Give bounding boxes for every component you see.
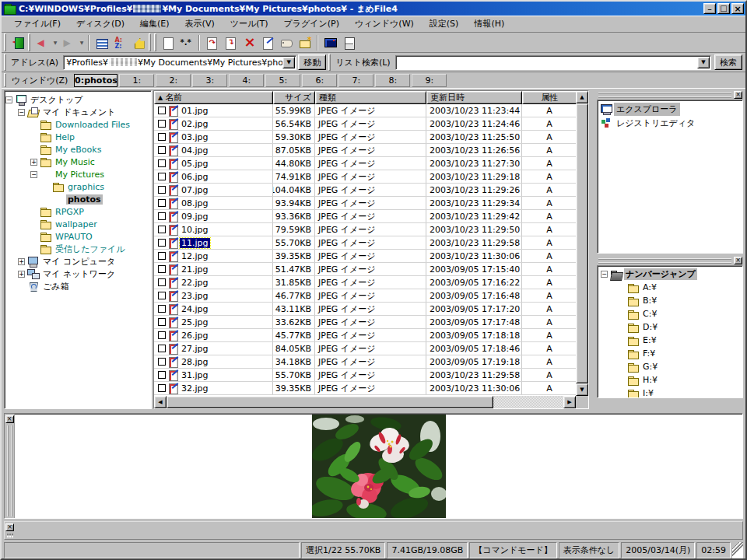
file-row[interactable]: 07.jpg104.04KBJPEG イメージ2003/10/23 11:29:…: [154, 184, 576, 197]
file-row[interactable]: 26.jpg45.77KBJPEG イメージ2003/09/05 17:18:1…: [154, 329, 576, 342]
menu-file[interactable]: ファイル(F): [6, 16, 68, 32]
file-checkbox[interactable]: [158, 331, 166, 339]
address-combobox[interactable]: ¥Profiles¥¥My Documents¥My Pictures¥phot…: [63, 55, 296, 70]
file-checkbox[interactable]: [158, 384, 166, 392]
numberjump-root[interactable]: −ナンバージャンプ: [598, 268, 742, 281]
tree-item-マイ ドキュメント[interactable]: −マイ ドキュメント: [5, 106, 150, 118]
tree-item-My Pictures[interactable]: −My Pictures: [5, 168, 150, 180]
file-row[interactable]: 08.jpg93.94KBJPEG イメージ2003/10/23 11:29:3…: [154, 197, 576, 210]
window-tab-7[interactable]: 7:: [338, 74, 374, 87]
window-tab-6[interactable]: 6:: [302, 74, 337, 87]
toolbar-button-refresh[interactable]: [159, 34, 177, 51]
launcher-item-explorer[interactable]: エクスプローラ: [598, 102, 742, 116]
toolbar-button-ren[interactable]: [258, 34, 277, 51]
tree-item-Downloaded Files[interactable]: Downloaded Files: [5, 118, 150, 131]
file-checkbox[interactable]: [158, 292, 166, 299]
toolbar-button-up[interactable]: [129, 34, 148, 51]
scroll-left-icon[interactable]: ◀: [154, 396, 167, 408]
numberjump-drive-E[interactable]: E:¥: [598, 334, 742, 347]
maximize-button[interactable]: [717, 3, 730, 14]
column-header-name[interactable]: ▲名前: [154, 91, 273, 104]
file-row[interactable]: 25.jpg33.62KBJPEG イメージ2003/09/05 17:17:4…: [154, 316, 576, 329]
toolbar-dropdown-fwd[interactable]: ▼: [78, 34, 86, 51]
numberjump-drive-B[interactable]: B:¥: [598, 294, 742, 307]
file-checkbox[interactable]: [158, 252, 166, 260]
tree-item-My Music[interactable]: +My Music: [5, 156, 150, 168]
expand-icon[interactable]: +: [30, 159, 37, 166]
close-button[interactable]: [731, 3, 744, 14]
toolbar-grip[interactable]: [149, 33, 151, 51]
tree-item-受信したファイル[interactable]: 受信したファイル: [5, 243, 150, 255]
menu-edit[interactable]: 編集(E): [132, 16, 177, 32]
toolbar-button-del[interactable]: [240, 34, 258, 51]
tree-item-マイ コンピュータ[interactable]: +マイ コンピュータ: [5, 255, 150, 268]
menu-view[interactable]: 表示(V): [177, 16, 223, 32]
window-tab-2[interactable]: 2:: [156, 74, 191, 87]
toolbar-button-attr[interactable]: [277, 34, 296, 51]
numberjump-drive-F[interactable]: F:¥: [598, 347, 742, 360]
column-header-type[interactable]: 種類: [315, 91, 426, 104]
numberjump-drive-I[interactable]: I:¥: [598, 387, 742, 398]
toolbar-grip[interactable]: [4, 33, 6, 51]
file-row[interactable]: 27.jpg84.05KBJPEG イメージ2003/09/05 17:18:4…: [154, 342, 576, 355]
file-row[interactable]: 10.jpg79.59KBJPEG イメージ2003/10/23 11:29:5…: [154, 223, 576, 236]
file-row[interactable]: 04.jpg87.05KBJPEG イメージ2003/10/23 11:26:5…: [154, 144, 576, 157]
expand-icon[interactable]: +: [18, 258, 25, 265]
file-row[interactable]: 28.jpg34.18KBJPEG イメージ2003/09/05 17:19:1…: [154, 355, 576, 369]
file-checkbox[interactable]: [158, 358, 166, 366]
column-header-modified[interactable]: 更新日時: [426, 91, 522, 104]
toolbar-grip[interactable]: [328, 54, 331, 71]
toolbar-button-console[interactable]: [321, 34, 339, 51]
close-icon[interactable]: [734, 257, 742, 264]
window-tab-5[interactable]: 5:: [265, 74, 300, 87]
file-row[interactable]: 09.jpg93.36KBJPEG イメージ2003/10/23 11:29:4…: [154, 210, 576, 223]
column-header-size[interactable]: サイズ: [273, 91, 315, 104]
file-checkbox[interactable]: [158, 212, 166, 220]
file-checkbox[interactable]: [158, 107, 166, 114]
vertical-scroll-thumb[interactable]: [576, 103, 588, 383]
numberjump-drive-H[interactable]: H:¥: [598, 373, 742, 387]
menu-disk[interactable]: ディスク(D): [68, 16, 132, 32]
file-checkbox[interactable]: [158, 371, 166, 379]
collapse-icon[interactable]: −: [5, 96, 12, 103]
window-tab-4[interactable]: 4:: [229, 74, 264, 87]
menu-info[interactable]: 情報(H): [466, 16, 512, 32]
tree-item-マイ ネットワーク[interactable]: +マイ ネットワーク: [5, 268, 150, 280]
toolbar-button-split[interactable]: [339, 34, 358, 51]
numberjump-drive-D[interactable]: D:¥: [598, 320, 742, 334]
go-button[interactable]: 移動: [298, 54, 326, 70]
numberjump-panel-titlebar[interactable]: [597, 256, 743, 265]
numberjump-drive-G[interactable]: G:¥: [598, 360, 742, 373]
preview-pane-titlebar[interactable]: [5, 414, 15, 518]
toolbar-button-fwd[interactable]: [59, 34, 78, 51]
file-checkbox[interactable]: [158, 345, 166, 352]
file-checkbox[interactable]: [158, 239, 166, 247]
window-tab-1[interactable]: 1:: [119, 74, 154, 87]
tree-item-デスクトップ[interactable]: −デスクトップ: [5, 93, 150, 106]
expand-icon[interactable]: +: [18, 271, 25, 278]
toolbar-grip[interactable]: [4, 54, 6, 71]
file-row[interactable]: 12.jpg39.35KBJPEG イメージ2003/10/23 11:30:0…: [154, 250, 576, 263]
file-checkbox[interactable]: [158, 133, 166, 141]
tree-item-wallpaper[interactable]: wallpaper: [5, 218, 150, 230]
minimize-button[interactable]: [703, 3, 716, 14]
launcher-panel-titlebar[interactable]: [597, 90, 743, 100]
numberjump-drive-A[interactable]: A:¥: [598, 281, 742, 294]
toolbar-button-move[interactable]: [221, 34, 240, 51]
menu-plugin[interactable]: プラグイン(P): [276, 16, 348, 32]
file-checkbox[interactable]: [158, 186, 166, 194]
file-row[interactable]: 23.jpg46.77KBJPEG イメージ2003/09/05 17:16:4…: [154, 289, 576, 303]
menu-config[interactable]: 設定(S): [422, 16, 467, 32]
toolbar-grip[interactable]: [154, 33, 156, 51]
toolbar-grip[interactable]: [4, 73, 6, 87]
file-checkbox[interactable]: [158, 305, 166, 313]
file-row[interactable]: 31.jpg55.70KBJPEG イメージ2003/10/23 11:29:5…: [154, 369, 576, 382]
file-checkbox[interactable]: [158, 226, 166, 233]
list-search-combobox[interactable]: ▼: [395, 55, 711, 70]
scroll-right-icon[interactable]: ▶: [563, 396, 576, 408]
file-checkbox[interactable]: [158, 159, 166, 167]
scroll-up-icon[interactable]: ▲: [576, 91, 588, 103]
collapse-icon[interactable]: −: [601, 271, 608, 278]
tree-item-My eBooks[interactable]: My eBooks: [5, 143, 150, 156]
file-checkbox[interactable]: [158, 199, 166, 207]
